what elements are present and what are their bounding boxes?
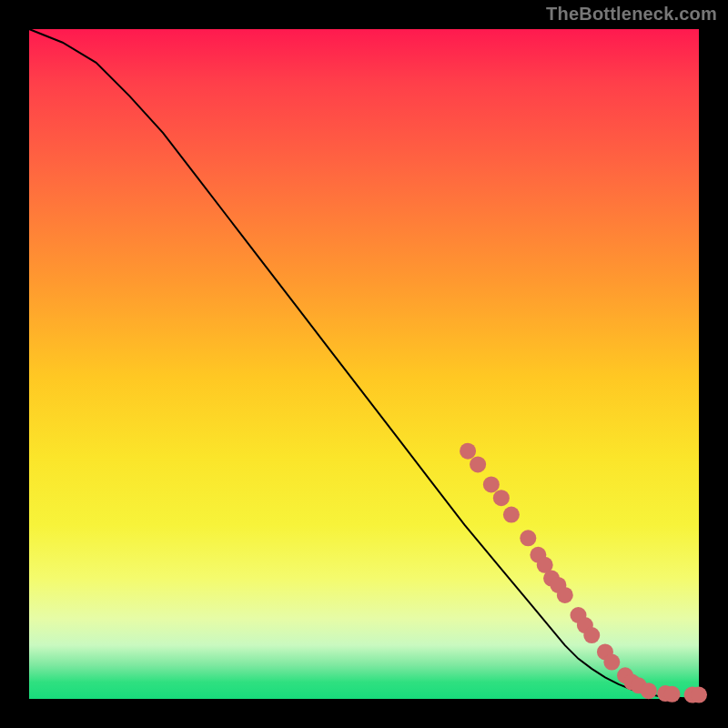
data-points-group bbox=[460, 443, 707, 703]
data-point bbox=[493, 490, 510, 506]
data-point bbox=[691, 687, 707, 703]
data-point bbox=[641, 682, 657, 699]
chart-frame: TheBottleneck.com bbox=[0, 0, 728, 728]
data-point bbox=[520, 530, 536, 546]
plot-area bbox=[29, 29, 699, 699]
data-point bbox=[557, 587, 573, 603]
data-point bbox=[483, 476, 500, 492]
data-point bbox=[583, 627, 600, 643]
data-point bbox=[664, 686, 681, 703]
chart-svg bbox=[29, 29, 699, 699]
watermark-text: TheBottleneck.com bbox=[546, 4, 717, 25]
data-point bbox=[470, 456, 486, 472]
data-point bbox=[503, 507, 520, 523]
data-point bbox=[460, 443, 476, 460]
data-point bbox=[603, 654, 620, 671]
bottleneck-curve bbox=[29, 29, 699, 699]
